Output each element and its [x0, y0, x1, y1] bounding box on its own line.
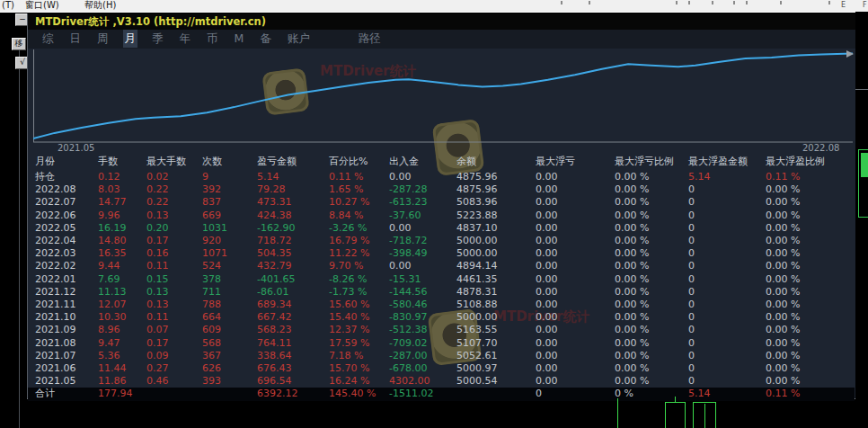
menu-item-help[interactable]: 帮助(H) [84, 0, 116, 11]
table-cell: 14.77 [98, 196, 146, 209]
table-cell: 9.44 [98, 260, 146, 272]
table-cell: 676.43 [257, 362, 329, 375]
clipped-toolbar-letter: E [841, 0, 846, 11]
table-cell: 609 [202, 324, 257, 336]
table-cell: 0.00 [536, 183, 615, 196]
table-cell: 0.00 % [766, 286, 855, 299]
table-cell: 0.00 [389, 171, 456, 183]
table-cell: 7.18 % [329, 350, 389, 362]
table-cell: 0.22 [146, 196, 202, 209]
table-cell: 0.00 % [766, 183, 855, 196]
column-header: 次数 [202, 153, 257, 171]
table-cell: 0.12 [98, 171, 146, 183]
tab-6[interactable]: 年 [178, 30, 193, 48]
table-cell: 1031 [202, 222, 257, 235]
clipped-toolbar-icon [828, 1, 830, 4]
table-row: 2022.088.030.2239279.281.65 %-287.284875… [28, 183, 855, 196]
table-cell: 4302.00 [389, 375, 456, 388]
table-cell: 524 [202, 260, 257, 272]
clipped-toolbar-icon [676, 1, 678, 4]
table-cell: -144.56 [389, 286, 456, 299]
x-axis-start-label: 2021.05 [58, 143, 94, 153]
tab-9[interactable]: 备 [258, 30, 273, 48]
table-cell: 568 [202, 337, 257, 350]
table-cell: 0 [688, 260, 766, 272]
table-cell: 0 [688, 375, 766, 388]
table-cell: 0 [688, 286, 766, 299]
table-cell: 5108.88 [456, 299, 536, 311]
move-button[interactable]: 移 [12, 38, 26, 50]
tab-7[interactable]: 币 [205, 30, 220, 48]
table-cell: 0.00 [536, 362, 615, 375]
table-cell: 11.86 [98, 375, 146, 388]
equity-curve-chart [33, 49, 855, 143]
table-cell: 0 [688, 350, 766, 362]
table-cell: 0.00 % [766, 273, 855, 286]
table-cell: 0.00 [389, 260, 456, 272]
table-cell: 5000.54 [456, 375, 536, 388]
table-cell: 11.44 [98, 362, 146, 375]
table-cell: 0.00 % [615, 247, 688, 260]
table-cell: 5.14 [688, 171, 766, 183]
table-row: 2022.0414.800.17920718.7216.79 %-718.725… [28, 235, 855, 247]
menu-item-clipped[interactable]: (T) [2, 0, 14, 11]
table-cell: 10.30 [98, 311, 146, 324]
table-cell: 0.00 % [766, 222, 855, 235]
tab-10[interactable]: 账户 [286, 30, 312, 48]
table-cell: 0.11 % [766, 171, 855, 183]
table-cell: 0 % [615, 388, 688, 400]
tab-1[interactable]: 综 [40, 30, 56, 48]
table-row: 2022.0714.770.22837473.3110.27 %-613.235… [28, 196, 855, 209]
table-cell: 2022.01 [28, 273, 98, 286]
table-cell: 0.17 [146, 235, 202, 247]
table-cell: 4878.31 [456, 286, 536, 299]
table-cell: 367 [202, 350, 257, 362]
table-cell: 0.17 [146, 337, 202, 350]
drawing-bracket-side [685, 402, 686, 428]
table-cell: 2022.07 [28, 196, 98, 209]
tab-2[interactable]: 日 [68, 30, 84, 48]
table-cell: 0.11 % [766, 388, 855, 400]
table-cell [456, 388, 536, 400]
table-cell: -709.02 [389, 337, 456, 350]
table-row: 2022.069.960.13669424.388.84 %-37.605223… [28, 210, 855, 222]
table-cell: 2021.12 [28, 286, 98, 299]
table-cell: 0.00 [536, 337, 615, 350]
column-header: 手数 [98, 153, 146, 171]
table-cell: 718.72 [257, 235, 329, 247]
table-cell: 145.40 % [329, 388, 389, 400]
drawing-vertical-line [704, 404, 705, 428]
table-cell: 0.00 [536, 324, 615, 336]
tab-5[interactable]: 季 [150, 30, 165, 48]
table-cell: 0.13 [146, 210, 202, 222]
tab-8[interactable]: M [233, 30, 246, 48]
tab-3[interactable]: 周 [95, 30, 111, 48]
table-cell: 0.00 % [766, 362, 855, 375]
table-cell: 837 [202, 196, 257, 209]
table-cell: -1.73 % [329, 286, 389, 299]
table-cell: 16.19 [98, 222, 146, 235]
table-cell: 711 [202, 286, 257, 299]
table-cell: -287.00 [389, 350, 456, 362]
table-cell: 0.00 % [766, 299, 855, 311]
table-cell: 0.13 [146, 286, 202, 299]
menu-item-window[interactable]: 窗口(W) [25, 0, 59, 11]
table-row: 2021.1010.300.11664667.4215.40 %-830.975… [28, 311, 855, 324]
period-tab-row: 综日周月季年币M备账户路径 [28, 30, 855, 49]
table-cell: 0.00 % [615, 235, 688, 247]
table-cell: 0 [688, 210, 766, 222]
table-cell: 0 [688, 311, 766, 324]
table-cell: -15.31 [389, 273, 456, 286]
table-cell: 2021.06 [28, 362, 98, 375]
table-cell: 0.00 % [615, 350, 688, 362]
panel-title-bar: MTDriver统计 ,V3.10 (http://mtdriver.cn) [28, 13, 855, 30]
table-cell: 2021.11 [28, 299, 98, 311]
tab-4[interactable]: 月 [123, 30, 138, 48]
table-cell: 4837.10 [456, 222, 536, 235]
path-button[interactable]: 路径 [359, 30, 381, 48]
table-cell: 0.00 [536, 375, 615, 388]
table-cell: 0.00 [389, 222, 456, 235]
table-cell: 5107.70 [456, 337, 536, 350]
mtdriver-stats-panel: MTDriver统计 ,V3.10 (http://mtdriver.cn) 综… [27, 13, 856, 399]
table-cell: 0.00 % [615, 311, 688, 324]
